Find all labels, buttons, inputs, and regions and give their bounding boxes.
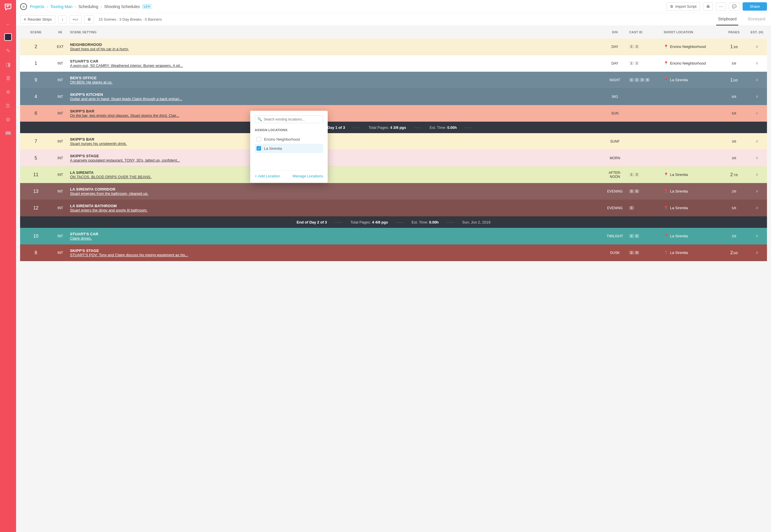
import-script-button[interactable]: 🗎Import Script: [666, 2, 700, 11]
settings-button[interactable]: ⚙: [84, 15, 94, 24]
est-cell[interactable]: #: [747, 61, 767, 65]
cast-cell[interactable]: 35: [629, 189, 664, 193]
location-cell[interactable]: 📍La Sirenita: [664, 234, 721, 238]
add-location-link[interactable]: +Add Location: [255, 174, 280, 178]
app-logo[interactable]: [0, 0, 16, 13]
popup-heading: ASSIGN LOCATIONS: [255, 128, 323, 132]
location-cell[interactable]: 📍La Sirenita: [664, 78, 721, 82]
nav-list-icon[interactable]: ≣: [4, 75, 12, 82]
tab-stripboard[interactable]: Stripboard: [716, 13, 738, 26]
cast-chip: 2: [635, 45, 639, 48]
more-button[interactable]: ⋯: [716, 2, 726, 11]
cast-chip: 3: [629, 189, 634, 193]
manage-locations-link[interactable]: Manage Locations: [293, 174, 323, 178]
strip-row[interactable]: 11INTLA SIRENITAON TACOS. BLOOD DRIPS OV…: [20, 166, 767, 183]
location-name: La Sirenita: [670, 189, 688, 193]
est-cell[interactable]: #: [747, 206, 767, 210]
col-pages: PAGES: [721, 30, 747, 34]
scene-title: SKIPP'S STAGE: [70, 248, 601, 253]
cast-cell[interactable]: 1: [629, 206, 664, 210]
checkbox-checked[interactable]: ✓: [257, 146, 261, 151]
location-cell[interactable]: 📍La Sirenita: [664, 206, 721, 210]
est-cell[interactable]: #: [747, 234, 767, 238]
strip-row[interactable]: 5INTSKIPP'S STAGEA sparsely populated re…: [20, 150, 767, 166]
strip-row[interactable]: 12INTLA SIRENITA BATHROOMStuart enters t…: [20, 200, 767, 216]
day-night: DAY: [601, 45, 629, 49]
scene-description[interactable]: On the bar, two empty shot glasses. Stua…: [70, 113, 601, 118]
strip-row[interactable]: 6INTSKIPP'S BAROn the bar, two empty sho…: [20, 105, 767, 122]
nav-sliders-icon[interactable]: ⚙: [4, 116, 12, 123]
location-pin-icon: 📍: [664, 44, 668, 49]
strip-row[interactable]: 4INTSKIPP'S KITCHENGuitar and amp in han…: [20, 88, 767, 105]
est-cell[interactable]: #: [747, 172, 767, 177]
strip-row[interactable]: 7INTSKIPP'S BARStuart nurses his umpteen…: [20, 133, 767, 150]
cast-cell[interactable]: 12: [629, 173, 664, 176]
day-break-1[interactable]: End of Day 1 of 3 —— Total Pages: 4 3/8 …: [20, 122, 767, 133]
chat-button[interactable]: 💬: [729, 2, 740, 11]
nav-project-thumb[interactable]: [4, 33, 12, 41]
print-button[interactable]: 🖶: [703, 2, 713, 11]
nav-panels-icon[interactable]: ◨: [4, 61, 12, 68]
strip-row[interactable]: 1INTSTUART'S CARA worn-out, '93 CAMRY. W…: [20, 55, 767, 72]
location-cell[interactable]: 📍La Sirenita: [664, 189, 721, 193]
strip-row[interactable]: 10INTSTUART'S CARClaire drives.TWILIGHT1…: [20, 228, 767, 244]
strip-row[interactable]: 8INTSKIPP'S STAGESTUART'S POV: Tony and …: [20, 244, 767, 261]
est-cell[interactable]: #: [747, 251, 767, 255]
location-search-input[interactable]: [264, 117, 321, 121]
strip-row[interactable]: 13INTLA SIRENITA CORRIDORStuart emerges …: [20, 183, 767, 200]
location-cell[interactable]: 📍Encino Neighborhood: [664, 44, 721, 49]
location-cell[interactable]: 📍Encino Neighborhood: [664, 61, 721, 65]
cast-cell[interactable]: 12: [629, 45, 664, 48]
checkbox-unchecked[interactable]: [257, 137, 261, 141]
collapse-icon[interactable]: ←: [6, 22, 10, 27]
scene-description[interactable]: Stuart nurses his umpteenth drink.: [70, 141, 601, 146]
col-cast: CAST ID: [629, 30, 664, 34]
reorder-strips-button[interactable]: ≡Reorder Strips: [20, 15, 55, 24]
scene-number: 2: [20, 44, 52, 49]
share-button[interactable]: Share: [743, 2, 767, 11]
cast-cell[interactable]: 12: [629, 234, 664, 238]
day-night: SUN: [601, 111, 629, 115]
scene-description[interactable]: Claire drives.: [70, 236, 601, 240]
cast-cell[interactable]: 12: [629, 61, 664, 65]
chevron-down-icon: ▾: [148, 5, 150, 8]
location-option-encino[interactable]: Encino Neighborhood: [255, 135, 323, 144]
est-cell[interactable]: #: [747, 78, 767, 82]
location-search-field[interactable]: 🔍: [255, 115, 323, 123]
scene-description[interactable]: Stuart hops out of his car in a hurry.: [70, 47, 601, 51]
scene-description[interactable]: STUART'S POV: Tony and Claire discuss hi…: [70, 253, 601, 257]
scene-description[interactable]: Guitar and amp in hand, Stuart leads Cla…: [70, 97, 601, 101]
breadcrumb-projects[interactable]: Projects: [30, 4, 44, 9]
location-cell[interactable]: 📍La Sirenita: [664, 172, 721, 177]
location-cell[interactable]: 📍La Sirenita: [664, 251, 721, 255]
location-option-la-sirenita[interactable]: ✓ La Sirenita: [255, 144, 323, 153]
chat-icon: 💬: [732, 4, 737, 9]
nav-book-icon[interactable]: 📖: [4, 130, 12, 137]
scene-description[interactable]: A sparsely populated restaurant. TONY, 3…: [70, 158, 601, 162]
scene-description[interactable]: A worn-out, '93 CAMRY. Weathered interio…: [70, 63, 601, 68]
add-strip-button[interactable]: +▭: [69, 15, 81, 24]
strip-row[interactable]: 2EXTNEIGHBORHOODStuart hops out of his c…: [20, 38, 767, 55]
est-cell[interactable]: #: [747, 94, 767, 99]
day-break-2[interactable]: End of Day 2 of 3 —— Total Pages: 4 4/8 …: [20, 216, 767, 228]
sort-button[interactable]: ↕: [58, 15, 67, 24]
breadcrumb-project[interactable]: Touring Man: [50, 4, 72, 9]
est-cell[interactable]: #: [747, 156, 767, 160]
est-cell[interactable]: #: [747, 139, 767, 143]
scene-description[interactable]: ON TACOS. BLOOD DRIPS OVER THE BEANS.: [70, 175, 601, 179]
scene-description[interactable]: Stuart enters the dingy and poorly lit b…: [70, 208, 601, 212]
scene-description[interactable]: ON BEN: He glares at us.: [70, 80, 601, 84]
cast-cell[interactable]: 14: [629, 251, 664, 255]
version-dropdown[interactable]: v3▾: [142, 4, 152, 9]
nav-edit-icon[interactable]: ✎: [4, 47, 12, 55]
est-cell[interactable]: #: [747, 44, 767, 49]
pages-cell: 5/8: [721, 206, 747, 210]
tab-boneyard[interactable]: Boneyard: [746, 13, 767, 26]
est-cell[interactable]: #: [747, 189, 767, 193]
cast-cell[interactable]: 1234: [629, 78, 664, 82]
scene-description[interactable]: Stuart emerges from the bathroom, cleane…: [70, 191, 601, 196]
nav-breakdown-icon[interactable]: ✲: [4, 88, 12, 96]
strip-row[interactable]: 9INTBEN'S OFFICEON BEN: He glares at us.…: [20, 72, 767, 88]
nav-calendar-icon[interactable]: 🗓: [4, 102, 12, 110]
est-cell[interactable]: #: [747, 111, 767, 115]
